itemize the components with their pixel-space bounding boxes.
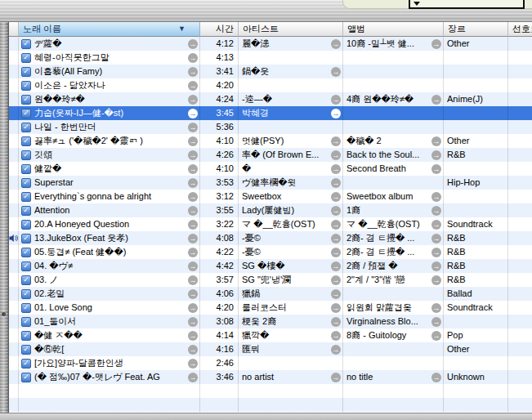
checkbox-checked-icon[interactable] (21, 136, 31, 146)
goto-arrow-button[interactable] (331, 248, 341, 257)
table-row[interactable]: 혜령-아직못한그말4:13 (9, 51, 532, 65)
column-header-indicator[interactable] (9, 22, 19, 37)
checkbox-checked-icon[interactable] (21, 192, 31, 202)
goto-arrow-button[interactable] (331, 178, 341, 188)
goto-arrow-button[interactable] (331, 192, 341, 202)
goto-arrow-button[interactable] (188, 123, 198, 132)
goto-arrow-button[interactable] (431, 39, 441, 49)
goto-arrow-button[interactable] (331, 164, 341, 174)
goto-arrow-button[interactable] (431, 261, 441, 271)
goto-arrow-button[interactable] (188, 303, 198, 313)
checkbox-checked-icon[interactable] (21, 220, 31, 230)
checkbox-checked-icon[interactable] (21, 234, 31, 244)
goto-arrow-button[interactable] (431, 275, 441, 285)
column-header-name[interactable]: 노래 이름 ▼ (19, 22, 200, 37)
goto-arrow-button[interactable] (331, 345, 341, 355)
table-row[interactable]: 나일 - 한번만더5:36 (9, 120, 532, 134)
checkbox-checked-icon[interactable] (21, 248, 31, 257)
goto-arrow-button[interactable] (431, 136, 441, 146)
goto-arrow-button[interactable] (331, 109, 341, 118)
goto-arrow-button[interactable] (331, 150, 341, 160)
goto-arrow-button[interactable] (331, 234, 341, 244)
goto-arrow-button[interactable] (331, 289, 341, 299)
goto-arrow-button[interactable] (331, 331, 341, 341)
checkbox-checked-icon[interactable] (21, 81, 31, 91)
table-row[interactable]: 끓率≠ュ ('�穢�2' �靈ㄺ )4:10멋健(PSY)�穢� 2Other (9, 134, 532, 148)
goto-arrow-button[interactable] (188, 150, 198, 160)
goto-arrow-button[interactable] (188, 164, 198, 174)
checkbox-checked-icon[interactable] (21, 345, 31, 355)
goto-arrow-button[interactable] (431, 220, 441, 230)
popup-control-fragment[interactable] (409, 0, 525, 9)
goto-arrow-button[interactable] (431, 373, 441, 382)
column-header-artist[interactable]: 아티스트 (239, 22, 343, 37)
goto-arrow-button[interactable] (331, 39, 341, 49)
table-row[interactable]: 20.A Honeyed Question3:22マ �__乾흉(OST)マ �… (9, 217, 532, 231)
goto-arrow-button[interactable] (188, 331, 198, 341)
table-row[interactable]: Superstar3:53ヴ健率櫊�윗Hip-Hop (9, 176, 532, 190)
checkbox-checked-icon[interactable] (21, 39, 31, 49)
checkbox-checked-icon[interactable] (21, 164, 31, 174)
goto-arrow-button[interactable] (431, 303, 441, 313)
checkbox-checked-icon[interactable] (21, 303, 31, 313)
column-header-genre[interactable]: 장르 (444, 22, 508, 37)
goto-arrow-button[interactable] (188, 136, 198, 146)
table-row[interactable]: 05.둥겹≠ (Feat 健��)4:22-憂©2裔- 겸 ㅌ攪� ...R&B (9, 245, 532, 259)
goto-arrow-button[interactable] (431, 317, 441, 327)
goto-arrow-button[interactable] (431, 95, 441, 105)
checkbox-checked-icon[interactable] (21, 289, 31, 299)
goto-arrow-button[interactable] (188, 373, 198, 382)
table-row[interactable]: Everything`s gonna be alright3:12Sweetbo… (9, 190, 532, 203)
checkbox-checked-icon[interactable] (21, 109, 31, 118)
goto-arrow-button[interactable] (188, 234, 198, 244)
goto-arrow-button[interactable] (188, 359, 198, 369)
table-row[interactable]: 이소은 - 닮았자나4:20 (9, 78, 532, 92)
table-row[interactable]: 力숩(웃짜-IJ—健-�st)3:45박혜경 (9, 106, 532, 120)
goto-arrow-button[interactable] (331, 373, 341, 382)
column-header-rating[interactable]: 선호도 (508, 22, 532, 37)
checkbox-checked-icon[interactable] (21, 261, 31, 271)
goto-arrow-button[interactable] (331, 303, 341, 313)
goto-arrow-button[interactable] (331, 206, 341, 216)
table-row[interactable]: 健깥�4:10�Second Breath (9, 162, 532, 176)
table-row[interactable]: 이홉藜(All Famy)3:41鍋�웃 (9, 65, 532, 78)
goto-arrow-button[interactable] (431, 150, 441, 160)
goto-arrow-button[interactable] (188, 109, 198, 118)
goto-arrow-button[interactable] (331, 275, 341, 285)
goto-arrow-button[interactable] (188, 67, 198, 77)
goto-arrow-button[interactable] (431, 206, 441, 216)
goto-arrow-button[interactable] (431, 164, 441, 174)
goto-arrow-button[interactable] (188, 248, 198, 257)
goto-arrow-button[interactable] (188, 317, 198, 327)
goto-arrow-button[interactable] (188, 261, 198, 271)
table-row[interactable]: (� 점‰)07 �-맷レヴ Feat. AG3:46no artistno t… (9, 370, 532, 384)
column-header-time[interactable]: 시간 (200, 22, 239, 37)
checkbox-checked-icon[interactable] (21, 373, 31, 382)
goto-arrow-button[interactable] (188, 220, 198, 230)
table-row[interactable]: デ蘿�4:12麗�漶10裔 -밀┴뱃 健...Other (9, 37, 532, 51)
checkbox-checked-icon[interactable] (21, 150, 31, 160)
goto-arrow-button[interactable] (188, 206, 198, 216)
checkbox-checked-icon[interactable] (21, 275, 31, 285)
goto-arrow-button[interactable] (188, 53, 198, 63)
goto-arrow-button[interactable] (188, 178, 198, 188)
goto-arrow-button[interactable] (331, 67, 341, 77)
checkbox-checked-icon[interactable] (21, 95, 31, 105)
table-row[interactable]: 04. �ヴ≠4:42SG �樓�2裔 / 預잴 �R&B (9, 259, 532, 273)
goto-arrow-button[interactable] (188, 95, 198, 105)
table-row[interactable]: 03. ノ3:57SG "兜'냉'瀾2"계 / "3"偕 '戀R&B (9, 273, 532, 287)
goto-arrow-button[interactable] (188, 81, 198, 91)
goto-arrow-button[interactable] (431, 234, 441, 244)
goto-arrow-button[interactable] (431, 192, 441, 202)
checkbox-checked-icon[interactable] (21, 123, 31, 132)
goto-arrow-button[interactable] (331, 220, 341, 230)
checkbox-checked-icon[interactable] (21, 359, 31, 369)
goto-arrow-button[interactable] (331, 317, 341, 327)
goto-arrow-button[interactable] (331, 95, 341, 105)
checkbox-checked-icon[interactable] (21, 178, 31, 188)
table-row[interactable]: �健 ㅈ��4:14獵깍�8裔 - GuitologyPop (9, 328, 532, 342)
goto-arrow-button[interactable] (431, 248, 441, 257)
goto-arrow-button[interactable] (188, 192, 198, 202)
table-row[interactable]: 01_둘이서3:08梗웆 2裔Virginalness Blo... (9, 315, 532, 328)
table-row[interactable]: Attention3:55Lady(屢健빔)1裔 (9, 203, 532, 217)
